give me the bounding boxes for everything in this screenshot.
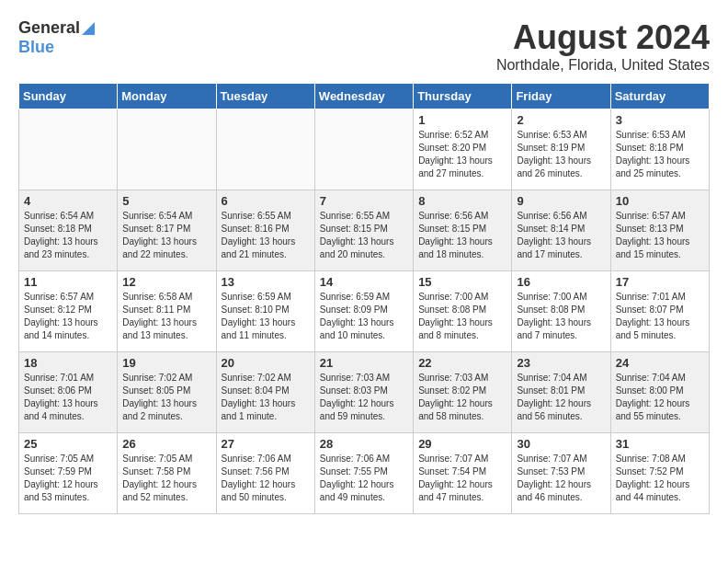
calendar-week-row: 11Sunrise: 6:57 AM Sunset: 8:12 PM Dayli…	[19, 271, 710, 352]
day-number: 27	[222, 437, 310, 451]
day-number: 25	[24, 437, 112, 451]
day-info: Sunrise: 6:53 AM Sunset: 8:19 PM Dayligh…	[517, 129, 605, 180]
day-number: 3	[616, 113, 704, 127]
day-info: Sunrise: 7:03 AM Sunset: 8:02 PM Dayligh…	[418, 372, 506, 423]
day-number: 11	[24, 275, 112, 289]
calendar-cell: 7Sunrise: 6:55 AM Sunset: 8:15 PM Daylig…	[314, 190, 413, 271]
calendar-cell: 16Sunrise: 7:00 AM Sunset: 8:08 PM Dayli…	[512, 271, 610, 352]
day-info: Sunrise: 7:08 AM Sunset: 7:52 PM Dayligh…	[616, 453, 704, 504]
day-number: 28	[320, 437, 408, 451]
calendar-cell: 29Sunrise: 7:07 AM Sunset: 7:54 PM Dayli…	[414, 433, 512, 514]
day-number: 9	[517, 194, 605, 208]
day-info: Sunrise: 7:06 AM Sunset: 7:55 PM Dayligh…	[320, 453, 408, 504]
day-info: Sunrise: 7:06 AM Sunset: 7:56 PM Dayligh…	[222, 453, 310, 504]
weekday-header-friday: Friday	[512, 84, 610, 109]
day-info: Sunrise: 6:55 AM Sunset: 8:15 PM Dayligh…	[320, 210, 408, 261]
calendar-cell: 10Sunrise: 6:57 AM Sunset: 8:13 PM Dayli…	[610, 190, 709, 271]
day-info: Sunrise: 6:59 AM Sunset: 8:09 PM Dayligh…	[320, 291, 408, 342]
calendar-cell: 6Sunrise: 6:55 AM Sunset: 8:16 PM Daylig…	[216, 190, 314, 271]
calendar-cell	[216, 109, 314, 190]
day-number: 5	[122, 194, 210, 208]
weekday-header-saturday: Saturday	[610, 84, 709, 109]
logo-blue-text: Blue	[18, 38, 54, 57]
day-info: Sunrise: 7:00 AM Sunset: 8:08 PM Dayligh…	[418, 291, 506, 342]
day-info: Sunrise: 7:05 AM Sunset: 7:58 PM Dayligh…	[122, 453, 210, 504]
weekday-header-wednesday: Wednesday	[314, 84, 413, 109]
day-number: 10	[616, 194, 704, 208]
weekday-header-tuesday: Tuesday	[216, 84, 314, 109]
calendar-week-row: 1Sunrise: 6:52 AM Sunset: 8:20 PM Daylig…	[19, 109, 710, 190]
day-info: Sunrise: 6:59 AM Sunset: 8:10 PM Dayligh…	[222, 291, 310, 342]
day-number: 16	[517, 275, 605, 289]
calendar-cell: 31Sunrise: 7:08 AM Sunset: 7:52 PM Dayli…	[610, 433, 709, 514]
day-info: Sunrise: 7:02 AM Sunset: 8:05 PM Dayligh…	[122, 372, 210, 423]
calendar-cell: 30Sunrise: 7:07 AM Sunset: 7:53 PM Dayli…	[512, 433, 610, 514]
calendar-cell: 27Sunrise: 7:06 AM Sunset: 7:56 PM Dayli…	[216, 433, 314, 514]
day-number: 8	[418, 194, 506, 208]
day-number: 15	[418, 275, 506, 289]
calendar-week-row: 25Sunrise: 7:05 AM Sunset: 7:59 PM Dayli…	[19, 433, 710, 514]
calendar-cell: 5Sunrise: 6:54 AM Sunset: 8:17 PM Daylig…	[118, 190, 216, 271]
calendar-cell: 23Sunrise: 7:04 AM Sunset: 8:01 PM Dayli…	[512, 352, 610, 433]
day-number: 2	[517, 113, 605, 127]
calendar-cell: 22Sunrise: 7:03 AM Sunset: 8:02 PM Dayli…	[414, 352, 512, 433]
logo: General Blue	[18, 18, 95, 57]
calendar-cell: 2Sunrise: 6:53 AM Sunset: 8:19 PM Daylig…	[512, 109, 610, 190]
month-year-title: August 2024	[496, 18, 710, 57]
day-number: 24	[616, 356, 704, 370]
day-number: 19	[122, 356, 210, 370]
day-info: Sunrise: 7:07 AM Sunset: 7:53 PM Dayligh…	[517, 453, 605, 504]
day-info: Sunrise: 6:53 AM Sunset: 8:18 PM Dayligh…	[616, 129, 704, 180]
calendar-cell: 9Sunrise: 6:56 AM Sunset: 8:14 PM Daylig…	[512, 190, 610, 271]
logo-icon	[82, 22, 95, 35]
day-number: 13	[222, 275, 310, 289]
day-info: Sunrise: 6:56 AM Sunset: 8:15 PM Dayligh…	[418, 210, 506, 261]
day-info: Sunrise: 7:02 AM Sunset: 8:04 PM Dayligh…	[222, 372, 310, 423]
calendar-cell: 14Sunrise: 6:59 AM Sunset: 8:09 PM Dayli…	[314, 271, 413, 352]
day-number: 4	[24, 194, 112, 208]
weekday-header-row: SundayMondayTuesdayWednesdayThursdayFrid…	[19, 84, 710, 109]
day-number: 29	[418, 437, 506, 451]
calendar-week-row: 4Sunrise: 6:54 AM Sunset: 8:18 PM Daylig…	[19, 190, 710, 271]
title-area: August 2024 Northdale, Florida, United S…	[496, 18, 710, 74]
day-number: 31	[616, 437, 704, 451]
day-info: Sunrise: 7:07 AM Sunset: 7:54 PM Dayligh…	[418, 453, 506, 504]
calendar-cell: 4Sunrise: 6:54 AM Sunset: 8:18 PM Daylig…	[19, 190, 118, 271]
weekday-header-thursday: Thursday	[414, 84, 512, 109]
day-info: Sunrise: 6:54 AM Sunset: 8:18 PM Dayligh…	[24, 210, 112, 261]
day-number: 30	[517, 437, 605, 451]
day-number: 6	[222, 194, 310, 208]
day-number: 1	[418, 113, 506, 127]
day-info: Sunrise: 6:56 AM Sunset: 8:14 PM Dayligh…	[517, 210, 605, 261]
day-info: Sunrise: 6:55 AM Sunset: 8:16 PM Dayligh…	[222, 210, 310, 261]
day-info: Sunrise: 7:00 AM Sunset: 8:08 PM Dayligh…	[517, 291, 605, 342]
day-info: Sunrise: 6:54 AM Sunset: 8:17 PM Dayligh…	[122, 210, 210, 261]
calendar-week-row: 18Sunrise: 7:01 AM Sunset: 8:06 PM Dayli…	[19, 352, 710, 433]
calendar-cell	[19, 109, 118, 190]
calendar-cell: 12Sunrise: 6:58 AM Sunset: 8:11 PM Dayli…	[118, 271, 216, 352]
calendar-table: SundayMondayTuesdayWednesdayThursdayFrid…	[18, 83, 710, 514]
calendar-cell: 19Sunrise: 7:02 AM Sunset: 8:05 PM Dayli…	[118, 352, 216, 433]
day-number: 22	[418, 356, 506, 370]
day-info: Sunrise: 6:58 AM Sunset: 8:11 PM Dayligh…	[122, 291, 210, 342]
day-info: Sunrise: 6:57 AM Sunset: 8:13 PM Dayligh…	[616, 210, 704, 261]
calendar-cell: 28Sunrise: 7:06 AM Sunset: 7:55 PM Dayli…	[314, 433, 413, 514]
location-text: Northdale, Florida, United States	[496, 57, 710, 74]
calendar-cell: 17Sunrise: 7:01 AM Sunset: 8:07 PM Dayli…	[610, 271, 709, 352]
day-number: 12	[122, 275, 210, 289]
calendar-cell: 3Sunrise: 6:53 AM Sunset: 8:18 PM Daylig…	[610, 109, 709, 190]
calendar-cell: 15Sunrise: 7:00 AM Sunset: 8:08 PM Dayli…	[414, 271, 512, 352]
day-info: Sunrise: 7:04 AM Sunset: 8:01 PM Dayligh…	[517, 372, 605, 423]
weekday-header-sunday: Sunday	[19, 84, 118, 109]
header: General Blue August 2024 Northdale, Flor…	[18, 18, 710, 74]
day-info: Sunrise: 7:03 AM Sunset: 8:03 PM Dayligh…	[320, 372, 408, 423]
day-number: 21	[320, 356, 408, 370]
logo-general-text: General	[18, 18, 80, 38]
weekday-header-monday: Monday	[118, 84, 216, 109]
calendar-cell: 21Sunrise: 7:03 AM Sunset: 8:03 PM Dayli…	[314, 352, 413, 433]
day-number: 26	[122, 437, 210, 451]
calendar-cell: 26Sunrise: 7:05 AM Sunset: 7:58 PM Dayli…	[118, 433, 216, 514]
calendar-cell: 13Sunrise: 6:59 AM Sunset: 8:10 PM Dayli…	[216, 271, 314, 352]
day-number: 20	[222, 356, 310, 370]
day-number: 23	[517, 356, 605, 370]
